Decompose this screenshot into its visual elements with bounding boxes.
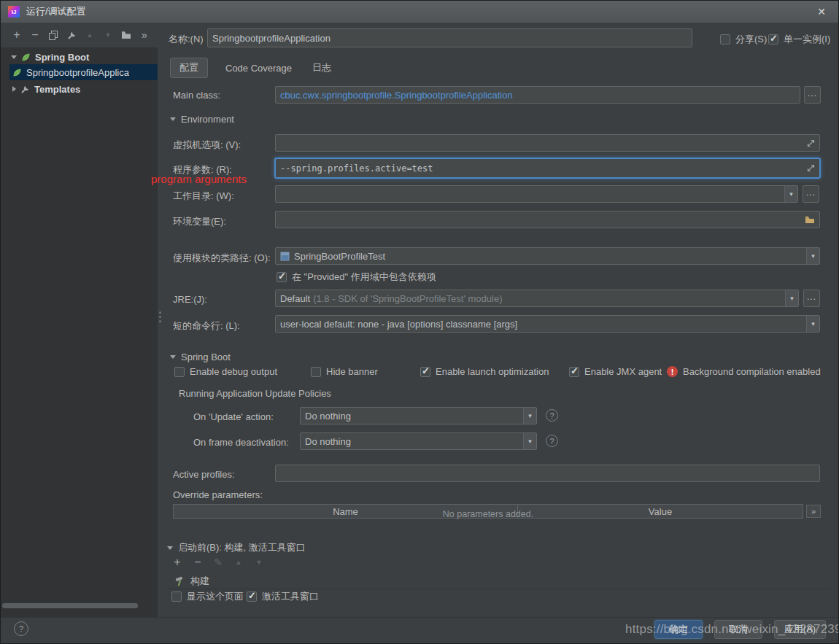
enable-jmx-agent-option[interactable]: ✓ Enable JMX agent	[569, 366, 662, 377]
show-this-page-option[interactable]: 显示这个页面	[171, 590, 244, 603]
create-folder-button[interactable]	[120, 29, 132, 41]
on-update-combo[interactable]: Do nothing ▾	[300, 407, 537, 424]
build-task-label: 构建	[190, 575, 209, 588]
enable-debug-output-option[interactable]: Enable debug output	[174, 366, 277, 377]
on-frame-help-button[interactable]: ?	[546, 435, 558, 447]
active-profiles-input[interactable]	[280, 468, 815, 479]
pencil-icon: ✎	[214, 556, 223, 568]
provided-scope-checkbox[interactable]: ✓	[277, 272, 287, 282]
env-vars-input[interactable]	[280, 214, 805, 225]
expand-field-button[interactable]	[807, 139, 815, 147]
tab-logs[interactable]: 日志	[309, 58, 334, 78]
name-field[interactable]	[207, 28, 692, 47]
add-configuration-button[interactable]: +	[11, 29, 23, 41]
tree-item-springbootprofile-selected[interactable]: SpringbootprofileApplica	[9, 64, 158, 80]
expand-diagonal-icon	[807, 164, 815, 172]
show-this-page-checkbox[interactable]	[171, 591, 182, 602]
enable-launch-optimization-option[interactable]: ✓ Enable launch optimization	[420, 366, 549, 377]
on-frame-dropdown-button[interactable]: ▾	[523, 433, 536, 449]
main-class-input[interactable]	[280, 90, 795, 101]
program-args-input[interactable]	[280, 163, 807, 174]
enable-jmx-agent-checkbox[interactable]: ✓	[569, 367, 579, 377]
tree-horizontal-scrollbar[interactable]	[2, 603, 138, 608]
chevrons-right-icon: »	[142, 29, 147, 41]
vm-options-field[interactable]	[275, 134, 820, 152]
jre-hint: (1.8 - SDK of 'SpringBootProfileTest' mo…	[313, 293, 781, 304]
table-expand-button[interactable]: »	[806, 505, 821, 518]
shorten-cmd-combo[interactable]: user-local default: none - java [options…	[275, 315, 820, 333]
share-option[interactable]: 分享(S)	[720, 33, 767, 46]
move-up-button[interactable]: ▲	[84, 29, 96, 41]
on-update-dropdown-button[interactable]: ▾	[523, 408, 536, 424]
before-launch-move-up-button[interactable]: ▲	[233, 556, 244, 568]
single-instance-option[interactable]: ✓ 单一实例(I)	[768, 33, 830, 46]
jre-browse-button[interactable]: ...	[803, 290, 820, 307]
enable-debug-output-checkbox[interactable]	[174, 367, 185, 377]
checkmark-icon: ✓	[278, 271, 286, 282]
vm-options-input[interactable]	[280, 138, 807, 149]
run-debug-config-dialog: IJ 运行/调试配置 ✕ + − ▲ ▼	[0, 0, 839, 644]
arrow-up-icon: ▲	[236, 559, 242, 566]
env-vars-field[interactable]	[275, 211, 820, 228]
jre-combo[interactable]: Default (1.8 - SDK of 'SpringBootProfile…	[275, 290, 799, 307]
before-launch-move-down-button[interactable]: ▼	[253, 556, 265, 568]
ellipsis-icon: ...	[807, 292, 816, 302]
chevron-down-icon: ▾	[811, 252, 815, 260]
before-launch-add-button[interactable]: +	[171, 556, 183, 568]
on-update-help-button[interactable]: ?	[546, 409, 558, 422]
tab-configuration[interactable]: 配置	[170, 58, 208, 78]
single-instance-checkbox[interactable]: ✓	[768, 34, 778, 44]
module-classpath-dropdown-button[interactable]: ▾	[806, 248, 819, 264]
name-input[interactable]	[212, 33, 687, 44]
option-label: Hide banner	[326, 366, 378, 377]
before-launch-remove-button[interactable]: −	[192, 556, 204, 568]
jre-dropdown-button[interactable]: ▾	[785, 290, 798, 306]
splitter-grip[interactable]	[159, 311, 161, 314]
before-launch-toolbar: + − ✎ ▲ ▼	[171, 554, 265, 571]
expand-field-button[interactable]	[807, 164, 815, 172]
before-launch-title: 启动前(B): 构建, 激活工具窗口	[178, 541, 306, 554]
wrench-icon	[67, 31, 77, 40]
program-args-field[interactable]	[275, 158, 820, 178]
active-profiles-field[interactable]	[275, 465, 820, 482]
tree-group-spring-boot[interactable]: Spring Boot	[11, 50, 89, 64]
edit-defaults-button[interactable]	[66, 29, 77, 41]
working-dir-browse-button[interactable]: ...	[803, 185, 819, 203]
copy-configuration-button[interactable]	[47, 29, 59, 41]
shorten-cmd-dropdown-button[interactable]: ▾	[806, 316, 819, 332]
plus-icon: +	[174, 556, 180, 569]
main-class-field[interactable]	[275, 86, 800, 104]
name-label: 名称:(N)	[169, 33, 204, 46]
hammer-icon	[174, 576, 185, 586]
activate-tool-window-checkbox[interactable]: ✓	[247, 591, 257, 602]
module-classpath-combo[interactable]: SpringBootProfileTest ▾	[275, 247, 820, 265]
hide-banner-checkbox[interactable]	[311, 367, 321, 377]
tab-code-coverage[interactable]: Code Coverage	[223, 59, 295, 77]
expand-arrow-icon[interactable]	[12, 86, 16, 92]
hide-banner-option[interactable]: Hide banner	[311, 366, 378, 377]
close-button[interactable]: ✕	[812, 4, 831, 20]
main-class-browse-button[interactable]: ...	[804, 86, 821, 104]
before-launch-section-header[interactable]: 启动前(B): 构建, 激活工具窗口	[167, 541, 306, 554]
on-frame-combo[interactable]: Do nothing ▾	[300, 432, 537, 450]
provided-scope-option[interactable]: ✓ 在 "Provided" 作用域中包含依赖项	[277, 271, 436, 284]
dialog-help-button[interactable]: ?	[14, 621, 28, 636]
environment-section-header[interactable]: Environment	[170, 114, 234, 125]
working-dir-dropdown-button[interactable]: ▾	[784, 186, 797, 202]
env-vars-browse-button[interactable]	[805, 215, 815, 224]
enable-launch-optimization-checkbox[interactable]: ✓	[420, 367, 430, 377]
help-icon: ?	[549, 437, 554, 446]
toolbar-overflow-button[interactable]: »	[139, 29, 150, 41]
before-launch-task-build[interactable]: 构建	[167, 574, 830, 589]
tree-group-templates[interactable]: Templates	[12, 82, 80, 96]
move-down-button[interactable]: ▼	[102, 29, 114, 41]
activate-tool-window-option[interactable]: ✓ 激活工具窗口	[247, 590, 319, 603]
before-launch-edit-button[interactable]: ✎	[212, 556, 224, 568]
collapse-arrow-icon[interactable]	[11, 55, 17, 59]
share-checkbox[interactable]	[720, 34, 730, 44]
working-dir-combo[interactable]: ▾	[275, 185, 798, 203]
share-label: 分享(S)	[735, 33, 767, 46]
expand-diagonal-icon	[807, 139, 815, 147]
spring-boot-section-header[interactable]: Spring Boot	[170, 352, 231, 362]
remove-configuration-button[interactable]: −	[29, 29, 41, 41]
